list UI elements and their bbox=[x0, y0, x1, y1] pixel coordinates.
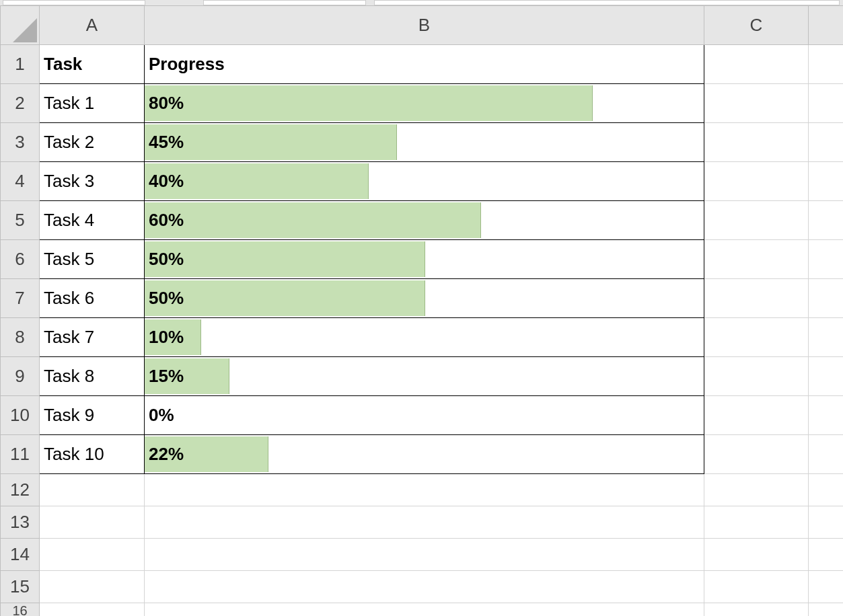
row-header-12[interactable]: 12 bbox=[1, 474, 40, 506]
cell-B7[interactable]: 50% bbox=[145, 279, 704, 318]
cell-A7[interactable]: Task 6 bbox=[40, 279, 145, 318]
cell-D4[interactable] bbox=[809, 162, 844, 201]
cell-A11[interactable]: Task 10 bbox=[40, 435, 145, 474]
row-header-1[interactable]: 1 bbox=[1, 45, 40, 84]
column-header-D[interactable] bbox=[809, 6, 844, 45]
formula-bar[interactable] bbox=[374, 0, 840, 5]
databar-wrap: 10% bbox=[145, 318, 704, 356]
cell-B12[interactable] bbox=[145, 474, 704, 506]
cell-C14[interactable] bbox=[704, 539, 809, 571]
row-header-6[interactable]: 6 bbox=[1, 240, 40, 279]
cell-B9[interactable]: 15% bbox=[145, 357, 704, 396]
cell-C10[interactable] bbox=[704, 396, 809, 435]
name-box[interactable] bbox=[3, 0, 145, 5]
cell-A5[interactable]: Task 4 bbox=[40, 201, 145, 240]
svg-marker-0 bbox=[13, 18, 37, 42]
cell-A6[interactable]: Task 5 bbox=[40, 240, 145, 279]
column-header-A[interactable]: A bbox=[40, 6, 145, 45]
cell-A14[interactable] bbox=[40, 539, 145, 571]
cell-A3[interactable]: Task 2 bbox=[40, 123, 145, 162]
cell-A1[interactable]: Task bbox=[40, 45, 145, 84]
databar-wrap: 60% bbox=[145, 201, 704, 239]
row-header-15[interactable]: 15 bbox=[1, 571, 40, 603]
cell-B11[interactable]: 22% bbox=[145, 435, 704, 474]
row-header-13[interactable]: 13 bbox=[1, 506, 40, 539]
row-header-14[interactable]: 14 bbox=[1, 539, 40, 571]
cell-C16[interactable] bbox=[704, 603, 809, 617]
row-header-10[interactable]: 10 bbox=[1, 396, 40, 435]
cell-A16[interactable] bbox=[40, 603, 145, 617]
cell-A13[interactable] bbox=[40, 506, 145, 539]
cell-A15[interactable] bbox=[40, 571, 145, 603]
cell-D6[interactable] bbox=[809, 240, 844, 279]
cell-B15[interactable] bbox=[145, 571, 704, 603]
cell-B6[interactable]: 50% bbox=[145, 240, 704, 279]
cell-D13[interactable] bbox=[809, 506, 844, 539]
cell-D12[interactable] bbox=[809, 474, 844, 506]
databar-wrap: 45% bbox=[145, 123, 704, 161]
row-header-16[interactable]: 16 bbox=[1, 603, 40, 617]
cell-C11[interactable] bbox=[704, 435, 809, 474]
row-header-7[interactable]: 7 bbox=[1, 279, 40, 318]
cell-C3[interactable] bbox=[704, 123, 809, 162]
row-header-4[interactable]: 4 bbox=[1, 162, 40, 201]
cell-D7[interactable] bbox=[809, 279, 844, 318]
cell-B13[interactable] bbox=[145, 506, 704, 539]
cell-B10[interactable]: 0% bbox=[145, 396, 704, 435]
cell-B3[interactable]: 45% bbox=[145, 123, 704, 162]
row-header-2[interactable]: 2 bbox=[1, 84, 40, 123]
cell-A8[interactable]: Task 7 bbox=[40, 318, 145, 357]
cell-B5[interactable]: 60% bbox=[145, 201, 704, 240]
select-all-corner[interactable] bbox=[1, 6, 40, 45]
cell-B14[interactable] bbox=[145, 539, 704, 571]
fx-box[interactable] bbox=[203, 0, 366, 5]
databar-wrap: 15% bbox=[145, 357, 704, 395]
cell-D3[interactable] bbox=[809, 123, 844, 162]
cell-D11[interactable] bbox=[809, 435, 844, 474]
row-8: 8 Task 7 10% bbox=[1, 318, 844, 357]
cell-D5[interactable] bbox=[809, 201, 844, 240]
cell-C12[interactable] bbox=[704, 474, 809, 506]
cell-B4[interactable]: 40% bbox=[145, 162, 704, 201]
cell-C15[interactable] bbox=[704, 571, 809, 603]
cell-C8[interactable] bbox=[704, 318, 809, 357]
cell-A2[interactable]: Task 1 bbox=[40, 84, 145, 123]
cell-B8[interactable]: 10% bbox=[145, 318, 704, 357]
cell-C2[interactable] bbox=[704, 84, 809, 123]
cell-C7[interactable] bbox=[704, 279, 809, 318]
cell-C13[interactable] bbox=[704, 506, 809, 539]
row-header-9[interactable]: 9 bbox=[1, 357, 40, 396]
cell-A10[interactable]: Task 9 bbox=[40, 396, 145, 435]
cell-A12[interactable] bbox=[40, 474, 145, 506]
cell-D14[interactable] bbox=[809, 539, 844, 571]
cell-D16[interactable] bbox=[809, 603, 844, 617]
cell-D2[interactable] bbox=[809, 84, 844, 123]
cell-D1[interactable] bbox=[809, 45, 844, 84]
cell-C5[interactable] bbox=[704, 201, 809, 240]
databar-wrap: 50% bbox=[145, 279, 704, 317]
cell-D8[interactable] bbox=[809, 318, 844, 357]
cell-C1[interactable] bbox=[704, 45, 809, 84]
cell-A4[interactable]: Task 3 bbox=[40, 162, 145, 201]
cell-C9[interactable] bbox=[704, 357, 809, 396]
cell-C6[interactable] bbox=[704, 240, 809, 279]
cell-D10[interactable] bbox=[809, 396, 844, 435]
cell-C4[interactable] bbox=[704, 162, 809, 201]
cell-A9[interactable]: Task 8 bbox=[40, 357, 145, 396]
column-header-B[interactable]: B bbox=[145, 6, 704, 45]
row-header-5[interactable]: 5 bbox=[1, 201, 40, 240]
databar-wrap: 0% bbox=[145, 396, 704, 434]
databar-wrap: 50% bbox=[145, 240, 704, 278]
progress-label: 0% bbox=[149, 396, 700, 434]
cell-B1[interactable]: Progress bbox=[145, 45, 704, 84]
cell-D15[interactable] bbox=[809, 571, 844, 603]
cell-B16[interactable] bbox=[145, 603, 704, 617]
column-header-C[interactable]: C bbox=[704, 6, 809, 45]
row-header-3[interactable]: 3 bbox=[1, 123, 40, 162]
row-7: 7 Task 6 50% bbox=[1, 279, 844, 318]
row-header-8[interactable]: 8 bbox=[1, 318, 40, 357]
cell-D9[interactable] bbox=[809, 357, 844, 396]
row-10: 10 Task 9 0% bbox=[1, 396, 844, 435]
row-header-11[interactable]: 11 bbox=[1, 435, 40, 474]
cell-B2[interactable]: 80% bbox=[145, 84, 704, 123]
